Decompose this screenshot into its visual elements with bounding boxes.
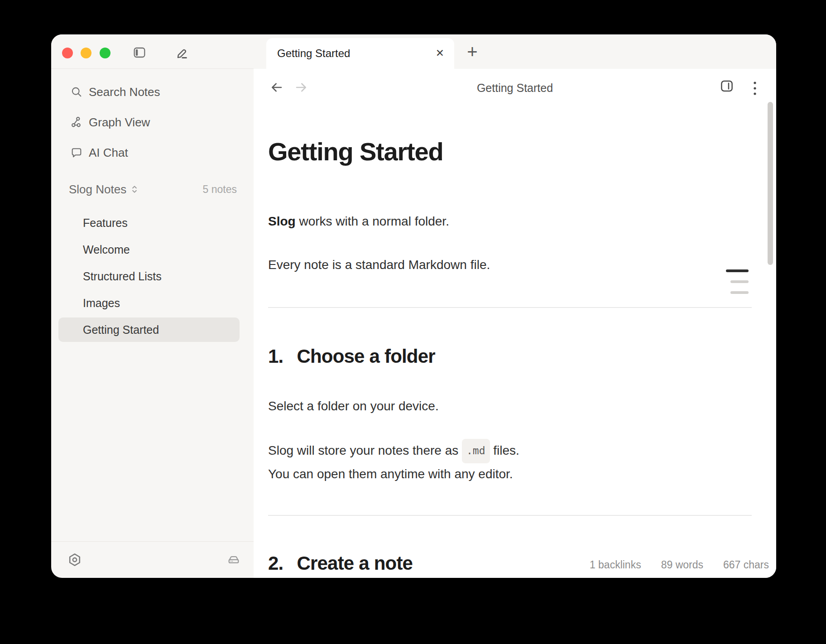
new-tab-button[interactable]: + xyxy=(462,41,482,62)
sidebar-item-search-notes[interactable]: Search Notes xyxy=(58,80,246,104)
up-down-chevron-icon xyxy=(131,184,138,194)
tab-getting-started[interactable]: Getting Started ✕ xyxy=(266,38,454,69)
note-heading-h1: Getting Started xyxy=(268,137,443,166)
sidebar-footer-divider xyxy=(51,541,254,542)
horizontal-rule xyxy=(268,307,752,308)
list-number: 1. xyxy=(268,346,283,367)
horizontal-rule xyxy=(268,515,752,516)
char-count: 667 chars xyxy=(723,559,769,571)
outline-dash[interactable] xyxy=(730,280,749,283)
chat-bubble-icon xyxy=(70,146,83,159)
graph-icon xyxy=(70,116,83,129)
paragraph-line: Slog will store your notes there as .md … xyxy=(268,439,519,463)
outline-dash[interactable] xyxy=(730,291,749,294)
note-item-structured-lists[interactable]: Structured Lists xyxy=(58,264,240,288)
note-item-features[interactable]: Features xyxy=(58,211,240,235)
list-number: 2. xyxy=(268,553,283,574)
note-title: Features xyxy=(83,216,128,230)
note-title: Images xyxy=(83,297,120,310)
paragraph-text: files. xyxy=(490,443,519,457)
paragraph: Slog works with a normal folder. xyxy=(268,211,449,232)
notes-count: 5 notes xyxy=(203,183,237,196)
bold-text: Slog xyxy=(268,214,296,228)
tab-close-icon[interactable]: ✕ xyxy=(436,38,444,68)
settings-gear-icon[interactable] xyxy=(67,553,82,567)
heading-text: Create a note xyxy=(297,553,413,574)
app-window: Getting Started ✕ + Search Notes xyxy=(51,34,776,578)
notes-list: Features Welcome Structured Lists Images… xyxy=(58,211,240,342)
status-bar: 1 backlinks 89 words 667 chars xyxy=(590,559,769,571)
tab-title: Getting Started xyxy=(277,38,350,69)
sidebar-item-label: Graph View xyxy=(89,115,150,130)
sidebar-nav: Search Notes Graph View A xyxy=(58,80,246,165)
screen: Getting Started ✕ + Search Notes xyxy=(0,0,826,644)
notes-folder-name: Slog Notes xyxy=(69,183,126,197)
notes-section-header: Slog Notes 5 notes xyxy=(51,183,254,196)
note-item-images[interactable]: Images xyxy=(58,291,240,315)
paragraph-text: Slog will store your notes there as xyxy=(268,443,462,457)
heading-text: Choose a folder xyxy=(297,346,435,367)
note-item-getting-started[interactable]: Getting Started xyxy=(58,317,240,342)
editor-pane: Getting Started Getting Started Slog wor… xyxy=(254,69,776,578)
sidebar-top-divider xyxy=(51,68,254,69)
notes-folder-selector[interactable]: Slog Notes xyxy=(69,183,138,197)
note-title: Getting Started xyxy=(83,323,159,336)
word-count: 89 words xyxy=(661,559,703,571)
sidebar-item-label: AI Chat xyxy=(89,146,128,160)
paragraph-text: works with a normal folder. xyxy=(296,214,449,228)
inline-code: .md xyxy=(462,439,490,463)
more-options-kebab-icon[interactable] xyxy=(751,79,759,99)
note-heading-h2: 1.Choose a folder xyxy=(268,346,435,367)
paragraph-line: You can open them anytime with any edito… xyxy=(268,463,519,485)
note-item-welcome[interactable]: Welcome xyxy=(58,237,240,262)
scrollbar-thumb[interactable] xyxy=(768,102,773,265)
note-title: Welcome xyxy=(83,243,130,256)
search-icon xyxy=(70,86,83,98)
sidebar: Search Notes Graph View A xyxy=(51,34,254,578)
sidebar-item-label: Search Notes xyxy=(89,85,160,99)
sidebar-item-ai-chat[interactable]: AI Chat xyxy=(58,140,246,165)
toggle-right-panel-icon[interactable] xyxy=(719,78,735,94)
storage-drive-icon[interactable] xyxy=(226,552,241,567)
paragraph: Select a folder on your device. xyxy=(268,395,439,417)
outline-dash-active[interactable] xyxy=(726,269,749,272)
note-title: Structured Lists xyxy=(83,270,162,283)
paragraph: Slog will store your notes there as .md … xyxy=(268,439,519,485)
paragraph: Every note is a standard Markdown file. xyxy=(268,254,490,276)
sidebar-item-graph-view[interactable]: Graph View xyxy=(58,110,246,135)
note-heading-h2: 2.Create a note xyxy=(268,553,413,574)
backlinks-count[interactable]: 1 backlinks xyxy=(590,559,641,571)
document-header-title: Getting Started xyxy=(254,82,776,95)
